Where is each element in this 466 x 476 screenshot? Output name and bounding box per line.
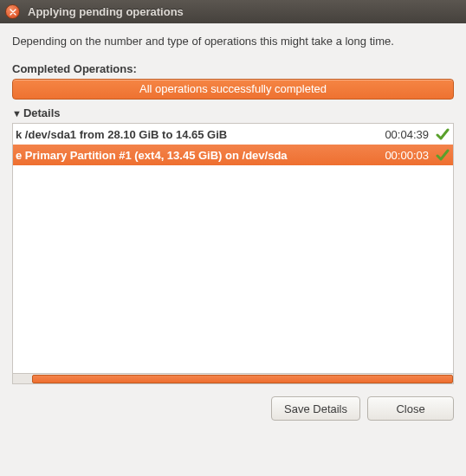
operation-duration: 00:00:03 bbox=[382, 149, 432, 162]
operation-description: k /dev/sda1 from 28.10 GiB to 14.65 GiB bbox=[13, 128, 382, 141]
window-close-button[interactable] bbox=[5, 4, 20, 19]
triangle-down-icon: ▼ bbox=[12, 108, 22, 119]
completed-operations-label: Completed Operations: bbox=[12, 62, 454, 75]
table-row[interactable]: e Primary Partition #1 (ext4, 13.45 GiB)… bbox=[13, 145, 453, 165]
checkmark-icon bbox=[432, 127, 453, 141]
status-bar: All operations successfully completed bbox=[12, 79, 454, 100]
horizontal-scrollbar[interactable] bbox=[13, 373, 453, 383]
close-icon bbox=[10, 9, 16, 16]
close-button[interactable]: Close bbox=[367, 396, 454, 421]
operation-duration: 00:04:39 bbox=[382, 128, 432, 141]
operations-table: k /dev/sda1 from 28.10 GiB to 14.65 GiB … bbox=[12, 123, 454, 384]
scroll-track bbox=[13, 373, 453, 383]
info-text: Depending on the number and type of oper… bbox=[12, 35, 454, 48]
window-title: Applying pending operations bbox=[28, 5, 184, 18]
dialog-content: Depending on the number and type of oper… bbox=[0, 23, 466, 431]
details-toggle[interactable]: ▼ Details bbox=[12, 106, 454, 119]
table-row[interactable]: k /dev/sda1 from 28.10 GiB to 14.65 GiB … bbox=[13, 124, 453, 145]
save-details-button[interactable]: Save Details bbox=[271, 396, 360, 421]
status-text: All operations successfully completed bbox=[139, 82, 327, 95]
details-label: Details bbox=[23, 106, 61, 119]
titlebar: Applying pending operations bbox=[0, 0, 466, 23]
scroll-thumb[interactable] bbox=[32, 375, 453, 383]
operation-description: e Primary Partition #1 (ext4, 13.45 GiB)… bbox=[13, 149, 382, 162]
checkmark-icon bbox=[432, 148, 453, 162]
dialog-button-row: Save Details Close bbox=[12, 396, 454, 421]
